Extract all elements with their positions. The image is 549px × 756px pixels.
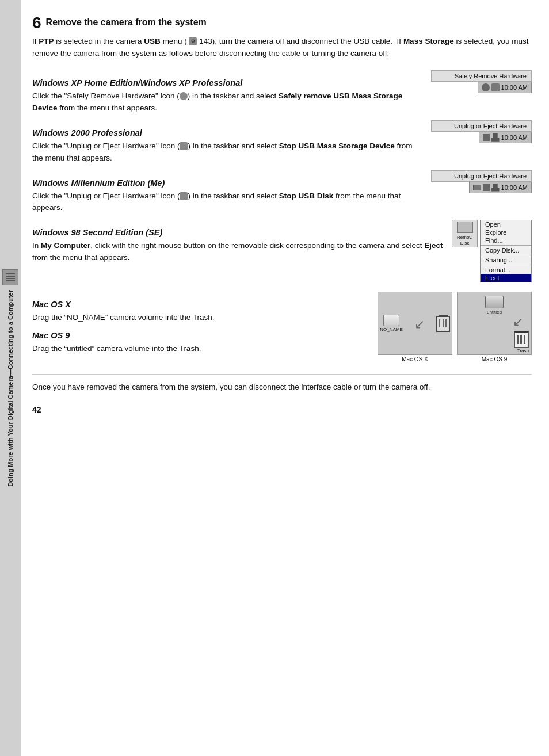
mac9-trash-area: Trash xyxy=(514,330,529,353)
winme-section: Windows Millennium Edition (Me) Click th… xyxy=(32,170,532,215)
menu-open: Open xyxy=(481,220,531,228)
step-title: Remove the camera from the system xyxy=(46,17,207,28)
noname-volume: NO_NAME xyxy=(380,315,403,332)
osx-trash-icon xyxy=(436,316,450,332)
step-number: 6 xyxy=(32,15,41,31)
svg-rect-1 xyxy=(6,276,15,277)
mac-section: Mac OS X Drag the “NO_NAME” camera volum… xyxy=(32,292,532,362)
menu-sep3 xyxy=(481,265,531,265)
winxp-screenshot: Safely Remove Hardware 10:00 AM xyxy=(431,70,532,93)
winxp-time: 10:00 AM xyxy=(501,84,528,91)
win2000-heading: Windows 2000 Professional xyxy=(32,128,424,138)
winme-disk-icon xyxy=(473,185,481,190)
trash-line-2 xyxy=(443,319,444,327)
mac-text-screenshots: Mac OS X Drag the “NO_NAME” camera volum… xyxy=(32,292,532,362)
win2000-screenshot: Unplug or Eject Hardware 10:00 AM xyxy=(431,120,532,143)
winxp-text: Windows XP Home Edition/Windows XP Profe… xyxy=(32,70,424,114)
safely-remove-icon xyxy=(482,83,490,91)
winxp-section: Windows XP Home Edition/Windows XP Profe… xyxy=(32,70,532,114)
winme-icon2 xyxy=(483,184,490,191)
menu-format: Format... xyxy=(481,266,531,274)
winme-heading: Windows Millennium Edition (Me) xyxy=(32,178,424,188)
noname-label: NO_NAME xyxy=(380,327,403,332)
win2000-time: 10:00 AM xyxy=(501,134,528,141)
menu-eject: Eject xyxy=(481,274,531,282)
trash-line-3 xyxy=(445,319,447,327)
trash-line-c xyxy=(524,335,525,344)
mac-screenshots-row: NO_NAME ↙ xyxy=(378,292,532,362)
win98-body: In My Computer, click with the right mou… xyxy=(32,240,445,264)
sidebar-menu-icon xyxy=(2,269,18,285)
mac9-heading: Mac OS 9 xyxy=(32,331,371,340)
winme-screenshot-label: Unplug or Eject Hardware xyxy=(431,170,532,182)
svg-rect-3 xyxy=(6,280,15,281)
winme-body: Click the "Unplug or Eject Hardware" ico… xyxy=(32,190,424,215)
sidebar: Doing More with Your Digital Camera—Conn… xyxy=(0,0,21,756)
winme-text: Windows Millennium Edition (Me) Click th… xyxy=(32,170,424,215)
mac-text-col: Mac OS X Drag the “NO_NAME” camera volum… xyxy=(32,292,371,355)
noname-disk-icon xyxy=(383,315,399,326)
menu-sep1 xyxy=(481,245,531,246)
menu-sep2 xyxy=(481,255,531,255)
menu-copydisk: Copy Disk... xyxy=(481,246,531,254)
winme-taskbar: 10:00 AM xyxy=(469,182,532,193)
trash-label-mac9: Trash xyxy=(517,348,529,353)
trash-line-1 xyxy=(439,319,440,327)
sidebar-label: Doing More with Your Digital Camera—Conn… xyxy=(6,290,14,487)
mac9-trash-lines xyxy=(515,333,528,344)
menu-explore: Explore xyxy=(481,228,531,236)
win2000-icon1 xyxy=(483,134,490,141)
trash-line-b xyxy=(520,335,522,344)
svg-rect-2 xyxy=(6,278,15,279)
trash-line-a xyxy=(517,335,519,344)
win98-context-area: Remov. Disk Open Explore Find... Copy Di… xyxy=(452,220,532,282)
macosx-label: Mac OS X xyxy=(378,356,452,362)
mac9-label: Mac OS 9 xyxy=(457,356,532,362)
mac9-screenshot: untitled ↙ xyxy=(457,292,532,362)
win2000-body: Click the "Unplug or Eject Hardware" ico… xyxy=(32,140,424,165)
menu-sharing: Sharing... xyxy=(481,256,531,264)
osx-drag-items: NO_NAME ↙ xyxy=(380,315,450,332)
removable-disk: Remov. Disk xyxy=(452,220,478,247)
winxp-taskbar: 10:00 AM xyxy=(478,82,532,93)
winxp-screenshot-label: Safely Remove Hardware xyxy=(431,70,532,82)
mac9-trash-icon xyxy=(514,331,529,348)
untitled-hd-icon xyxy=(485,296,504,308)
win98-screenshot: Remov. Disk Open Explore Find... Copy Di… xyxy=(452,220,532,282)
disk-graphic xyxy=(457,222,473,233)
macosx-screenshot: NO_NAME ↙ xyxy=(378,292,452,362)
page-number: 42 xyxy=(32,405,532,414)
main-content: 6 Remove the camera from the system If P… xyxy=(21,0,549,756)
winme-screenshot: Unplug or Eject Hardware 10:00 AM xyxy=(431,170,532,193)
win98-context-menu: Open Explore Find... Copy Disk... Sharin… xyxy=(480,220,532,282)
mac-screenshots-col: NO_NAME ↙ xyxy=(378,292,532,362)
win98-heading: Windows 98 Second Edition (SE) xyxy=(32,228,445,237)
winxp-heading: Windows XP Home Edition/Windows XP Profe… xyxy=(32,78,424,87)
win2000-screenshot-label: Unplug or Eject Hardware xyxy=(431,120,532,132)
win2000-text: Windows 2000 Professional Click the "Unp… xyxy=(32,120,424,165)
menu-find: Find... xyxy=(481,236,531,245)
step-intro: If PTP is selected in the camera USB men… xyxy=(32,36,532,60)
footer-para: Once you have removed the camera from th… xyxy=(32,374,532,394)
osx-trash xyxy=(436,316,450,332)
mac9-body: Drag the “untitled” camera volume into t… xyxy=(32,343,371,355)
drag-arrow-mac9: ↙ xyxy=(513,315,523,330)
win98-text: Windows 98 Second Edition (SE) In My Com… xyxy=(32,220,445,264)
win2000-section: Windows 2000 Professional Click the "Unp… xyxy=(32,120,532,165)
untitled-label: untitled xyxy=(487,310,502,315)
mac9-screenshot-img: untitled ↙ xyxy=(457,292,532,355)
trash-lines-osx xyxy=(439,318,448,330)
macosx-body: Drag the “NO_NAME” camera volume into th… xyxy=(32,312,371,324)
step-header: 6 Remove the camera from the system xyxy=(32,17,532,31)
macosx-heading: Mac OS X xyxy=(32,300,371,309)
drag-arrow-osx: ↙ xyxy=(414,317,425,332)
disk-label: Remov. Disk xyxy=(457,235,472,246)
macosx-screenshot-img: NO_NAME ↙ xyxy=(378,292,452,355)
hardware-icon xyxy=(491,83,500,91)
winme-time: 10:00 AM xyxy=(501,184,528,191)
win2000-plug-icon xyxy=(491,133,500,142)
winxp-body: Click the "Safely Remove Hardware" icon … xyxy=(32,90,424,114)
winme-plug-icon xyxy=(491,184,500,192)
untitled-volume-area: untitled xyxy=(485,296,504,315)
win2000-taskbar: 10:00 AM xyxy=(479,132,532,143)
